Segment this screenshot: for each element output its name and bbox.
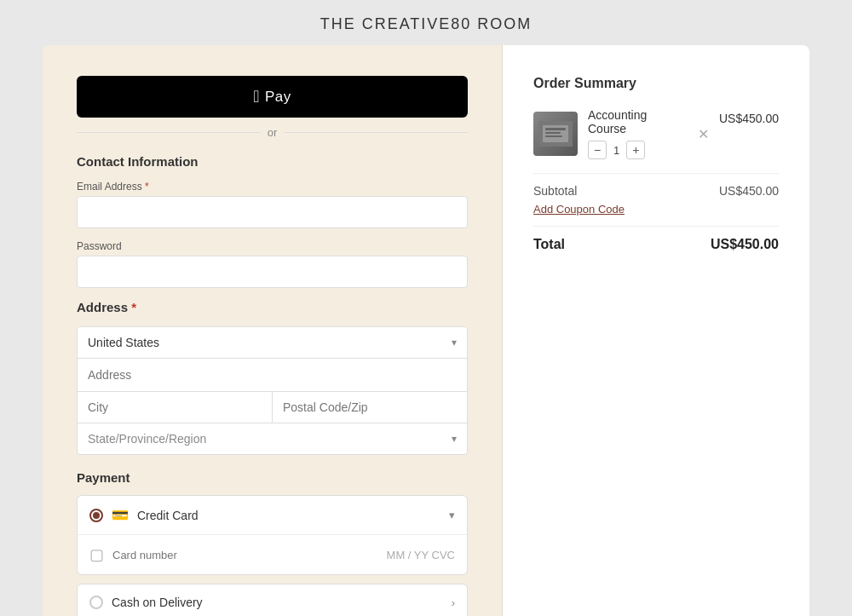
state-row: State/Province/Region ▾ (78, 423, 467, 454)
address-input[interactable] (88, 368, 457, 382)
credit-card-option: 💳 Credit Card ▾ ▢ MM / YY CVC (77, 495, 468, 575)
product-info: Accounting Course − 1 + (588, 108, 688, 159)
credit-card-icon: 💳 (112, 507, 129, 523)
postal-input[interactable] (272, 392, 467, 423)
subtotal-value: US$450.00 (719, 184, 779, 198)
address-required: * (128, 300, 136, 314)
credit-card-header[interactable]: 💳 Credit Card ▾ (78, 496, 467, 534)
or-text: or (268, 126, 278, 139)
close-icon[interactable]: ✕ (698, 126, 709, 142)
cash-delivery-option: Cash on Delivery › (77, 584, 468, 616)
address-title: Address * (77, 300, 468, 314)
payment-section: Payment 💳 Credit Card ▾ ▢ MM / YY CVC (77, 470, 468, 616)
cash-delivery-radio[interactable] (89, 596, 103, 609)
expand-cash-icon: › (452, 596, 455, 609)
divider-2 (533, 226, 779, 227)
contact-title: Contact Information (77, 154, 468, 169)
required-asterisk: * (142, 181, 149, 193)
subtotal-row: Subtotal US$450.00 (533, 184, 779, 198)
email-input[interactable] (77, 196, 468, 228)
cash-delivery-label: Cash on Delivery (112, 596, 203, 609)
qty-increase-button[interactable]: + (626, 141, 645, 159)
right-panel: Order Summary Accounting Course − (503, 45, 809, 616)
city-postal-row (78, 392, 467, 423)
payment-title: Payment (77, 470, 468, 485)
svg-rect-2 (545, 128, 566, 130)
address-line-row (78, 359, 467, 392)
state-select[interactable]: State/Province/Region (88, 432, 457, 446)
or-divider: or (77, 126, 468, 139)
card-fields-row: ▢ MM / YY CVC (78, 534, 467, 574)
contact-section: Contact Information Email Address * Pass… (77, 154, 468, 288)
page-title: THE CREATIVE80 ROOM (0, 0, 852, 45)
card-number-input[interactable] (112, 549, 378, 561)
coupon-link[interactable]: Add Coupon Code (533, 203, 625, 216)
product-image-svg (538, 121, 573, 147)
subtotal-label: Subtotal (533, 184, 577, 198)
qty-value: 1 (613, 144, 619, 157)
email-label: Email Address * (77, 181, 468, 193)
password-input[interactable] (77, 256, 468, 288)
credit-card-radio[interactable] (89, 509, 103, 522)
product-name: Accounting Course (588, 108, 688, 135)
card-expiry-cvc-label: MM / YY CVC (387, 549, 455, 561)
apple-pay-label: Pay (265, 89, 291, 106)
main-container:  Pay or Contact Information Email Addre… (43, 45, 809, 616)
apple-pay-button[interactable]:  Pay (77, 76, 468, 118)
password-field-group: Password (77, 240, 468, 288)
password-label: Password (77, 240, 468, 252)
address-block: United States ▾ State/Province/Region ▾ (77, 326, 468, 455)
product-thumbnail (533, 112, 578, 156)
qty-control: − 1 + (588, 141, 688, 159)
apple-logo-icon:  (253, 87, 260, 107)
coupon-row: Add Coupon Code (533, 203, 779, 216)
order-item-row: Accounting Course − 1 + ✕ US$450.00 (533, 108, 779, 159)
total-row: Total US$450.00 (533, 237, 779, 252)
product-thumb-image (533, 112, 578, 156)
country-select[interactable]: United States (88, 336, 457, 349)
address-section: Address * United States ▾ (77, 300, 468, 455)
svg-rect-3 (545, 132, 561, 134)
card-chip-icon: ▢ (89, 545, 104, 564)
left-panel:  Pay or Contact Information Email Addre… (43, 45, 503, 616)
total-label: Total (533, 237, 565, 252)
item-price: US$450.00 (719, 108, 779, 125)
total-value: US$450.00 (711, 237, 779, 252)
country-row: United States ▾ (78, 327, 467, 359)
order-summary-title: Order Summary (533, 76, 779, 91)
expand-credit-icon: ▾ (449, 509, 455, 521)
qty-decrease-button[interactable]: − (588, 141, 607, 159)
cash-delivery-header[interactable]: Cash on Delivery › (78, 584, 467, 616)
city-input[interactable] (78, 392, 272, 423)
email-field-group: Email Address * (77, 181, 468, 228)
divider-1 (533, 173, 779, 174)
credit-card-label: Credit Card (137, 509, 199, 522)
svg-rect-4 (545, 135, 562, 137)
